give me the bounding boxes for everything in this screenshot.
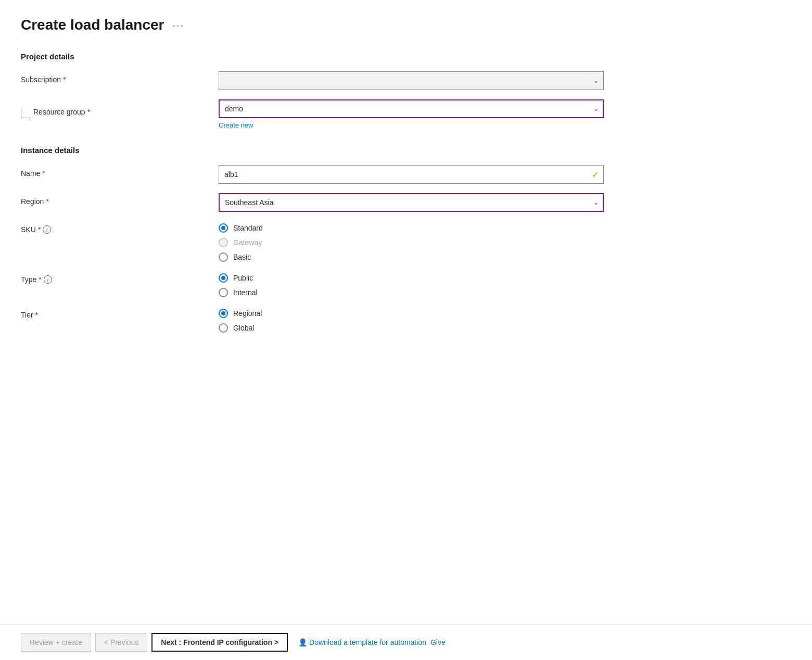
region-row: Region * Southeast Asia ⌄ <box>21 193 791 212</box>
next-button[interactable]: Next : Frontend IP configuration > <box>151 633 288 652</box>
type-internal-radio[interactable] <box>219 288 228 297</box>
sku-label: SKU * i <box>21 225 51 234</box>
sku-control: Standard Gateway Basic <box>219 221 604 262</box>
sku-row: SKU * i Standard Gateway <box>21 221 791 262</box>
sku-basic-label: Basic <box>233 253 251 261</box>
sku-gateway-label: Gateway <box>233 238 262 247</box>
tier-regional-item[interactable]: Regional <box>219 309 604 318</box>
resource-group-control: demo ⌄ Create new <box>219 99 604 129</box>
sku-label-col: SKU * i <box>21 221 219 234</box>
type-radio-group: Public Internal <box>219 271 604 297</box>
name-control: ✓ <box>219 165 604 184</box>
type-public-item[interactable]: Public <box>219 273 604 283</box>
tier-global-radio[interactable] <box>219 323 228 333</box>
type-label: Type * i <box>21 275 52 284</box>
subscription-label-col: Subscription * <box>21 71 219 84</box>
subscription-select[interactable] <box>219 71 604 90</box>
instance-details-title: Instance details <box>21 146 791 155</box>
region-label: Region * <box>21 197 49 206</box>
resource-group-select[interactable]: demo <box>219 99 604 118</box>
type-label-col: Type * i <box>21 271 219 284</box>
region-control: Southeast Asia ⌄ <box>219 193 604 212</box>
resource-group-row: Resource group * demo ⌄ Create new <box>21 99 791 129</box>
type-required: * <box>39 275 41 284</box>
name-row: Name * ✓ <box>21 165 791 184</box>
tier-row: Tier * Regional Global <box>21 307 791 333</box>
sku-standard-item[interactable]: Standard <box>219 223 604 233</box>
connector-line <box>21 108 30 118</box>
name-input-wrapper: ✓ <box>219 165 604 184</box>
project-details-title: Project details <box>21 52 791 61</box>
name-required: * <box>42 169 45 177</box>
type-public-label: Public <box>233 274 253 282</box>
name-label-col: Name * <box>21 165 219 177</box>
instance-details-section: Instance details Name * ✓ Region <box>21 146 791 333</box>
subscription-control: ⌄ <box>219 71 604 90</box>
resource-group-select-wrapper: demo ⌄ <box>219 99 604 118</box>
sku-radio-group: Standard Gateway Basic <box>219 221 604 262</box>
sku-gateway-item: Gateway <box>219 238 604 247</box>
sku-standard-label: Standard <box>233 224 263 232</box>
sku-basic-item[interactable]: Basic <box>219 252 604 262</box>
footer-bar: Review + create < Previous Next : Fronte… <box>0 624 812 660</box>
indent-connector: Resource group * <box>21 104 90 118</box>
name-check-icon: ✓ <box>592 170 599 180</box>
tier-global-item[interactable]: Global <box>219 323 604 333</box>
region-required: * <box>46 197 48 206</box>
resource-group-required: * <box>87 108 90 116</box>
project-details-section: Project details Subscription * ⌄ <box>21 52 791 129</box>
tier-regional-radio[interactable] <box>219 309 228 318</box>
name-label: Name * <box>21 169 45 177</box>
region-select-wrapper: Southeast Asia ⌄ <box>219 193 604 212</box>
type-public-radio[interactable] <box>219 273 228 283</box>
resource-group-label: Resource group * <box>33 108 90 116</box>
tier-global-label: Global <box>233 324 254 332</box>
page-title-row: Create load balancer ··· <box>21 17 791 33</box>
main-content: Create load balancer ··· Project details… <box>0 0 812 624</box>
sku-gateway-radio <box>219 238 228 247</box>
type-internal-item[interactable]: Internal <box>219 288 604 297</box>
subscription-label: Subscription * <box>21 75 66 84</box>
sku-standard-radio[interactable] <box>219 223 228 233</box>
type-control: Public Internal <box>219 271 604 297</box>
tier-label: Tier * <box>21 311 38 319</box>
previous-button[interactable]: < Previous <box>95 633 148 652</box>
give-text: Give <box>430 638 446 646</box>
type-info-icon[interactable]: i <box>44 275 52 284</box>
page-title: Create load balancer <box>21 17 164 33</box>
sku-basic-radio[interactable] <box>219 252 228 262</box>
download-template-link[interactable]: 👤 Download a template for automation <box>298 638 426 646</box>
tier-required: * <box>35 311 38 319</box>
type-internal-label: Internal <box>233 288 258 297</box>
subscription-required: * <box>63 75 66 84</box>
sku-required: * <box>38 225 41 234</box>
tier-regional-label: Regional <box>233 309 262 318</box>
tier-radio-group: Regional Global <box>219 307 604 333</box>
review-create-button[interactable]: Review + create <box>21 633 91 652</box>
create-new-link[interactable]: Create new <box>219 121 253 129</box>
type-row: Type * i Public Internal <box>21 271 791 297</box>
sku-info-icon[interactable]: i <box>43 225 51 234</box>
name-input[interactable] <box>219 165 604 184</box>
resource-group-label-col: Resource group * <box>21 99 219 118</box>
tier-control: Regional Global <box>219 307 604 333</box>
subscription-select-wrapper: ⌄ <box>219 71 604 90</box>
subscription-row: Subscription * ⌄ <box>21 71 791 90</box>
tier-label-col: Tier * <box>21 307 219 319</box>
ellipsis-button[interactable]: ··· <box>169 18 187 32</box>
region-select[interactable]: Southeast Asia <box>219 193 604 212</box>
download-icon: 👤 <box>298 638 307 646</box>
region-label-col: Region * <box>21 193 219 206</box>
